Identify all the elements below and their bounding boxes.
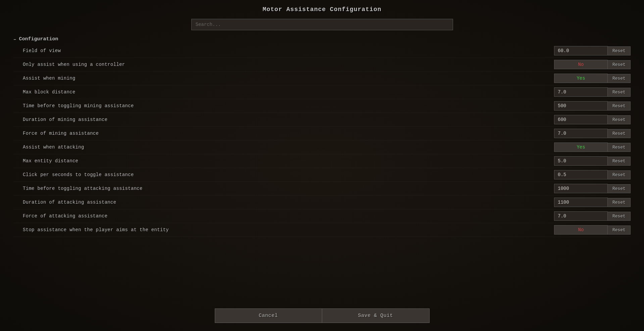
config-input-10[interactable] <box>554 184 608 193</box>
config-right: Reset <box>554 115 631 124</box>
search-input[interactable] <box>191 19 453 30</box>
config-toggle-1[interactable]: No <box>554 60 608 69</box>
config-row: Time before toggling mining assistanceRe… <box>13 99 631 113</box>
config-row: Duration of attacking assistanceReset <box>13 196 631 209</box>
reset-button-12[interactable]: Reset <box>608 212 631 221</box>
section-toggle[interactable]: – <box>13 37 16 42</box>
reset-button-9[interactable]: Reset <box>608 170 631 179</box>
config-row: Field of viewReset <box>13 44 631 58</box>
config-row: Max block distanceReset <box>13 85 631 99</box>
config-label: Max entity distance <box>23 158 78 164</box>
config-toggle-13[interactable]: No <box>554 225 608 235</box>
page-wrapper: Motor Assistance Configuration – Configu… <box>0 0 644 331</box>
reset-button-10[interactable]: Reset <box>608 184 631 193</box>
reset-button-6[interactable]: Reset <box>608 129 631 138</box>
config-label: Field of view <box>23 48 61 53</box>
config-right: Reset <box>554 46 631 55</box>
reset-button-4[interactable]: Reset <box>608 101 631 111</box>
cancel-button[interactable]: Cancel <box>215 308 322 323</box>
reset-button-5[interactable]: Reset <box>608 115 631 124</box>
config-label: Stop assistance when the player aims at … <box>23 227 169 233</box>
config-input-6[interactable] <box>554 129 608 138</box>
config-label: Time before toggling mining assistance <box>23 103 134 109</box>
config-input-9[interactable] <box>554 170 608 179</box>
config-right: YesReset <box>554 74 631 83</box>
search-bar-container <box>191 19 453 30</box>
config-row: Click per seconds to toggle assistanceRe… <box>13 168 631 182</box>
config-right: YesReset <box>554 142 631 152</box>
reset-button-7[interactable]: Reset <box>608 143 631 152</box>
config-right: Reset <box>554 211 631 221</box>
config-label: Assist when attacking <box>23 144 84 150</box>
section-label: Configuration <box>19 36 58 42</box>
config-row: Force of mining assistanceReset <box>13 127 631 140</box>
page-title: Motor Assistance Configuration <box>262 6 381 13</box>
config-input-3[interactable] <box>554 87 608 97</box>
save-quit-button[interactable]: Save & Quit <box>322 308 430 323</box>
reset-button-11[interactable]: Reset <box>608 198 631 207</box>
config-input-5[interactable] <box>554 115 608 124</box>
reset-button-3[interactable]: Reset <box>608 88 631 97</box>
config-right: NoReset <box>554 225 631 235</box>
config-row: Stop assistance when the player aims at … <box>13 223 631 237</box>
reset-button-8[interactable]: Reset <box>608 157 631 166</box>
config-label: Time before toggling attacking assistanc… <box>23 186 143 191</box>
config-label: Click per seconds to toggle assistance <box>23 172 134 177</box>
config-label: Duration of mining assistance <box>23 117 107 122</box>
config-area: – Configuration Field of viewResetOnly a… <box>0 36 644 302</box>
config-right: Reset <box>554 87 631 97</box>
section-header: – Configuration <box>13 36 631 42</box>
config-input-8[interactable] <box>554 156 608 166</box>
config-label: Force of mining assistance <box>23 131 99 136</box>
reset-button-13[interactable]: Reset <box>608 225 631 235</box>
config-row: Assist when attackingYesReset <box>13 140 631 154</box>
config-row: Assist when miningYesReset <box>13 72 631 85</box>
config-row: Duration of mining assistanceReset <box>13 113 631 127</box>
reset-button-2[interactable]: Reset <box>608 74 631 83</box>
reset-button-0[interactable]: Reset <box>608 46 631 55</box>
config-label: Max block distance <box>23 89 76 95</box>
rows-container: Field of viewResetOnly assist when using… <box>13 44 631 237</box>
bottom-buttons: Cancel Save & Quit <box>0 302 644 331</box>
config-right: Reset <box>554 156 631 166</box>
config-right: Reset <box>554 198 631 207</box>
config-label: Force of attacking assistance <box>23 213 107 219</box>
config-right: NoReset <box>554 60 631 69</box>
config-row: Force of attacking assistanceReset <box>13 209 631 223</box>
config-right: Reset <box>554 170 631 179</box>
reset-button-1[interactable]: Reset <box>608 60 631 69</box>
config-row: Time before toggling attacking assistanc… <box>13 182 631 196</box>
config-right: Reset <box>554 129 631 138</box>
config-input-4[interactable] <box>554 101 608 111</box>
config-right: Reset <box>554 101 631 111</box>
config-input-11[interactable] <box>554 198 608 207</box>
config-toggle-2[interactable]: Yes <box>554 74 608 83</box>
config-label: Assist when mining <box>23 76 76 81</box>
config-right: Reset <box>554 184 631 193</box>
config-input-12[interactable] <box>554 211 608 221</box>
config-label: Duration of attacking assistance <box>23 200 116 205</box>
config-row: Max entity distanceReset <box>13 154 631 168</box>
config-toggle-7[interactable]: Yes <box>554 142 608 152</box>
config-row: Only assist when using a controllerNoRes… <box>13 58 631 72</box>
config-label: Only assist when using a controller <box>23 62 125 67</box>
config-input-0[interactable] <box>554 46 608 55</box>
